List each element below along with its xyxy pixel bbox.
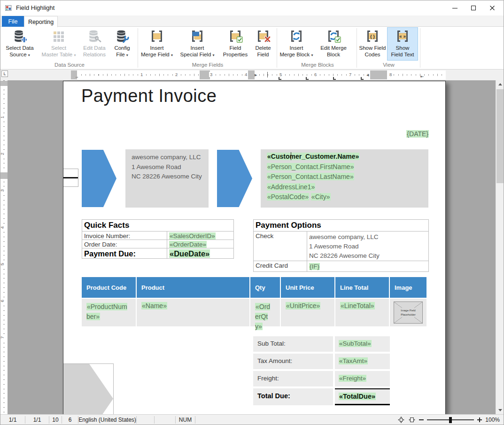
sender-address-block: awesome company, LLC 1 Awesome Road NC 2… [125, 149, 209, 208]
svg-text:« »: « » [399, 34, 406, 39]
ruler-number: 1 [0, 116, 5, 118]
table-marker-left-icon[interactable]: ◀ [366, 73, 369, 77]
insert-merge-field-button[interactable]: Insert Merge Field ▾ [140, 27, 174, 61]
merge-field[interactable]: «OrderQty» [255, 303, 270, 330]
image-field-placeholder[interactable]: Image Field Placeholder [394, 301, 423, 324]
config-file-button[interactable]: Config File ▾ [109, 27, 135, 61]
merge-field[interactable]: «PostalCode» [267, 193, 309, 201]
maximize-button[interactable] [464, 0, 483, 15]
merge-field[interactable]: «UnitPrice» [286, 302, 320, 309]
scrollbar-thumb[interactable] [496, 89, 504, 183]
payment-options-table: Payment Options Check awesome company, L… [253, 219, 429, 272]
tab-file[interactable]: File [2, 16, 24, 27]
status-bar: 1/1 1/1 10 6 English (United States) NUM [0, 414, 504, 425]
ribbon-group-data-source: Select Data Source ▾ Select Master Table… [1, 27, 138, 69]
table-row: Check awesome company, LLC 1 Awesome Roa… [254, 232, 428, 261]
zoom-slider-thumb[interactable] [449, 417, 452, 423]
select-master-table-button[interactable]: Select Master Table ▾ [38, 27, 79, 61]
tab-stop-marker[interactable] [333, 77, 336, 80]
product-table-row: «ProductNumber» «Name» «OrderQty» «UnitP… [82, 298, 426, 326]
ribbon-group-view: { } Show Field Codes « » Show Field Text… [358, 27, 419, 69]
merge-field[interactable]: «AddressLine1» [267, 183, 315, 191]
table-grid-icon [51, 29, 66, 44]
merge-field[interactable]: «OrderDate» [169, 241, 207, 248]
merge-field[interactable]: «SubTotal» [339, 340, 372, 347]
edit-data-relations-button[interactable]: Edit Data Relations [79, 27, 109, 61]
group-label-merge-blocks: Merge Blocks [279, 62, 357, 68]
show-field-text-button[interactable]: « » Show Field Text [387, 27, 418, 61]
ruler-table-block [248, 70, 255, 79]
field-properties-button[interactable]: Field Properties [220, 27, 250, 61]
table-row: Freight: «Freight» [253, 371, 390, 386]
right-margin-marker-icon[interactable]: ⇤ [420, 75, 424, 79]
edit-merge-block-button[interactable]: Edit Merge Block [314, 27, 353, 61]
table-row-handle[interactable] [63, 169, 78, 187]
delete-field-button[interactable]: Delete Field [250, 27, 276, 61]
fit-page-button[interactable] [397, 416, 405, 424]
dropdown-arrow-icon: ▾ [28, 53, 30, 57]
close-button[interactable] [483, 0, 502, 15]
table-row: Invoice Number: «SalesOrderID» [82, 232, 233, 240]
ruler-cursor-line [267, 72, 268, 77]
product-table: Product Code Product Qty Unit Price Line… [82, 277, 426, 326]
show-field-codes-button[interactable]: { } Show Field Codes [358, 27, 387, 61]
tab-stop-marker[interactable] [279, 77, 281, 80]
gray-arrow-shape[interactable] [63, 364, 113, 414]
tab-stop-marker[interactable] [306, 77, 309, 80]
select-data-source-button[interactable]: Select Data Source ▾ [1, 27, 38, 61]
fit-page-icon [397, 416, 405, 424]
address-banner: awesome company, LLC 1 Awesome Road NC 2… [82, 149, 428, 208]
product-table-header: Product Code Product Qty Unit Price Line… [82, 277, 426, 298]
blue-arrow-shape[interactable] [82, 150, 116, 207]
ruler-number: 3 [0, 189, 5, 192]
merge-field[interactable]: «City» [311, 193, 331, 201]
table-row: Sub Total: «SubTotal» [253, 336, 390, 352]
fit-width-icon [408, 416, 416, 424]
scroll-down-button[interactable] [496, 406, 504, 414]
zoom-in-button[interactable] [477, 417, 482, 422]
insert-special-field-button[interactable]: Insert Special Field ▾ [174, 27, 220, 61]
merge-field[interactable]: «Customer_Customer.Name» [267, 153, 359, 160]
status-language[interactable]: English (United States) [78, 415, 136, 425]
tab-reporting[interactable]: Reporting [24, 16, 58, 27]
fit-width-button[interactable] [408, 416, 416, 424]
merge-field[interactable]: «SalesOrderID» [169, 232, 216, 240]
date-merge-field[interactable]: {DATE} [406, 130, 429, 138]
recipient-merge-fields: «Customer_Customer.Name» «Person_Contact… [261, 149, 428, 208]
merge-field[interactable]: «Person_Contact.FirstName» [267, 163, 354, 170]
minimize-button[interactable] [445, 0, 464, 15]
document-title: Payment Invoice [81, 86, 217, 106]
zoom-slider[interactable] [427, 417, 474, 423]
ribbon-group-merge-fields: Insert Merge Field ▾ Insert Special Fiel… [140, 27, 276, 69]
check-address-block: awesome company, LLC 1 Awesome Road NC 2… [307, 232, 428, 261]
ruler-number: 3 [209, 72, 213, 77]
merge-field[interactable]: «ProductNumber» [86, 303, 127, 320]
merge-field[interactable]: «TaxAmt» [339, 357, 368, 364]
ruler-number: 1 [140, 72, 144, 77]
blue-arrow-shape[interactable] [217, 150, 252, 207]
dropdown-arrow-icon: ▾ [126, 53, 128, 57]
table-row: Total Due: «TotalDue» [253, 388, 390, 405]
special-field-icon [190, 29, 205, 44]
merge-field[interactable]: «Name» [141, 302, 167, 309]
merge-field[interactable]: «Person_Contact.LastName» [267, 173, 354, 180]
merge-field[interactable]: «Freight» [339, 375, 366, 382]
merge-field[interactable]: «LineTotal» [340, 302, 375, 309]
zoom-out-button[interactable] [419, 419, 424, 420]
database-key-icon [87, 29, 102, 44]
if-merge-field[interactable]: {IF} [309, 263, 320, 270]
table-row: Tax Amount: «TaxAmt» [253, 354, 390, 369]
tab-stop-selector[interactable]: L [1, 70, 8, 77]
indent-marker-icon[interactable]: → [75, 75, 79, 79]
insert-merge-block-button[interactable]: Insert Merge Block ▾ [279, 27, 314, 61]
merge-field[interactable]: «DueDate» [169, 249, 210, 258]
merge-field[interactable]: «TotalDue» [339, 393, 376, 400]
scroll-up-button[interactable] [496, 80, 504, 88]
ruler-number: 5 [279, 72, 283, 77]
tab-stop-marker[interactable] [361, 77, 364, 80]
document-page[interactable]: Payment Invoice {DATE} awesome company, … [63, 81, 446, 414]
ribbon-tab-row: File Reporting [0, 15, 504, 27]
group-separator [357, 28, 357, 68]
table-marker-right-icon[interactable]: ▶ [255, 73, 257, 77]
ribbon-group-merge-blocks: Insert Merge Block ▾ Edit Merge Block Me… [279, 27, 357, 69]
